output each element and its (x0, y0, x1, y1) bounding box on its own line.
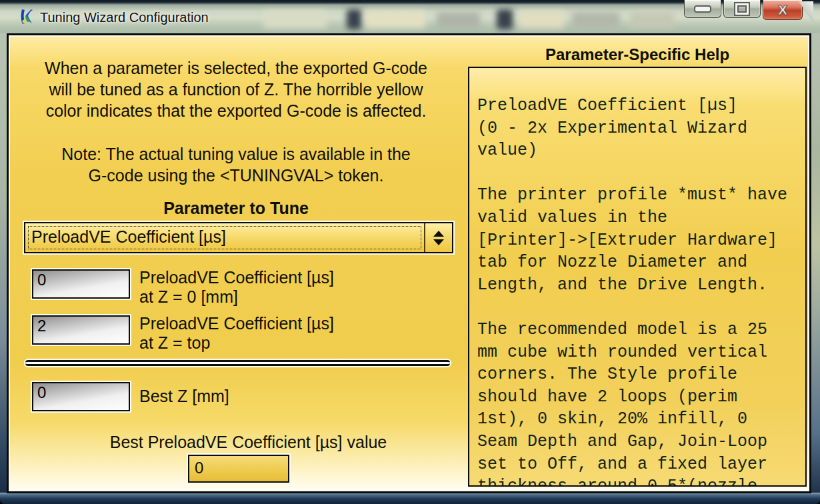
parameter-select[interactable]: PreloadVE Coefficient [µs] (24, 222, 453, 253)
window-title: Tuning Wizard Configuration (40, 10, 209, 25)
z0-coefficient-label: PreloadVE Coefficient [µs] at Z = 0 [mm] (139, 268, 334, 307)
titlebar-blur-blob (497, 9, 513, 29)
best-z-input[interactable] (32, 382, 130, 411)
window-frame-right (811, 33, 820, 504)
note-text: Note: The actual tuning value is availab… (10, 143, 462, 186)
select-spinner-arrows-icon[interactable] (424, 223, 452, 252)
tuning-wizard-window: Tuning Wizard Configuration X When a par… (0, 0, 820, 504)
help-heading: Parameter-Specific Help (468, 45, 807, 64)
z0-coefficient-input[interactable] (32, 269, 130, 299)
titlebar-blur-blob (365, 11, 425, 28)
focus-outline (28, 226, 421, 249)
best-z-label: Best Z [mm] (139, 387, 229, 406)
help-text: PreloadVE Coefficient [µs] (0 - 2x Exper… (477, 95, 801, 487)
client-area: When a parameter is selected, the export… (7, 33, 811, 493)
chevron-up-icon (433, 231, 444, 237)
maximize-button[interactable] (723, 0, 761, 18)
titlebar-blur-blob (263, 11, 327, 28)
chevron-down-icon (433, 239, 444, 245)
section-divider (25, 360, 450, 366)
caption-buttons: X (684, 0, 803, 20)
ztop-coefficient-input[interactable] (32, 315, 130, 345)
window-frame-bottom (0, 493, 820, 504)
titlebar-blur-blob (519, 11, 564, 28)
window-frame-left (0, 33, 7, 504)
titlebar-blur-blob (437, 12, 480, 28)
best-value-label: Best PreloadVE Coefficient [µs] value (23, 433, 473, 452)
close-icon: X (778, 3, 787, 17)
minimize-button[interactable] (684, 0, 721, 18)
help-textbox[interactable]: PreloadVE Coefficient [µs] (0 - 2x Exper… (468, 67, 807, 487)
maximize-icon (735, 3, 749, 15)
titlebar-blur-blob (572, 12, 620, 28)
close-button[interactable]: X (763, 0, 803, 20)
parameter-to-tune-heading: Parameter to Tune (10, 199, 462, 218)
minimize-icon (695, 7, 710, 11)
ztop-coefficient-label: PreloadVE Coefficient [µs] at Z = top (139, 314, 334, 353)
titlebar-blur-blob (630, 12, 674, 28)
kisslicer-logo-icon (18, 8, 35, 25)
intro-text: When a parameter is selected, the export… (10, 57, 462, 121)
titlebar-blur-blob (347, 9, 361, 29)
best-value-box: 0 (188, 455, 289, 483)
titlebar[interactable]: Tuning Wizard Configuration X (0, 0, 820, 33)
